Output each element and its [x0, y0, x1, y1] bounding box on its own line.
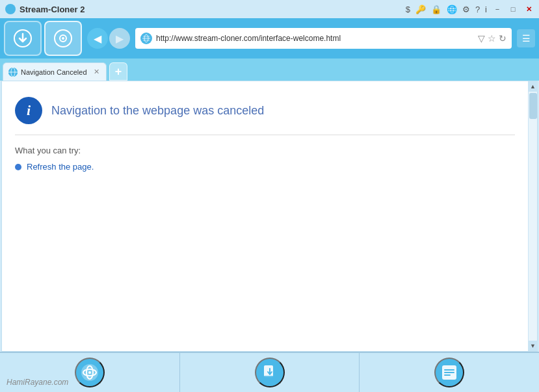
bottom-btn-1[interactable]: [75, 358, 105, 387]
suggestion-item: Refresh the page.: [15, 162, 515, 172]
refresh-link[interactable]: Refresh the page.: [27, 162, 94, 172]
address-bar: ▽ ☆ ↻: [135, 28, 512, 49]
title-bar-left: Stream-Cloner 2: [5, 4, 85, 14]
tab-bar: Navigation Canceled ✕ +: [0, 59, 539, 81]
help-icon[interactable]: ?: [475, 5, 480, 14]
stream-icon: [81, 363, 99, 382]
scroll-down-arrow[interactable]: ▼: [529, 341, 538, 351]
menu-button[interactable]: ☰: [517, 29, 535, 47]
star-icon[interactable]: ☆: [488, 33, 496, 44]
globe-icon[interactable]: 🌐: [447, 5, 457, 14]
scroll-track[interactable]: [529, 92, 537, 341]
address-input[interactable]: [156, 34, 474, 43]
lock-icon[interactable]: 🔑: [415, 5, 426, 14]
address-actions: ▽ ☆ ↻: [478, 33, 506, 44]
list-icon: [441, 364, 458, 381]
what-try-text: What you can try:: [15, 146, 515, 155]
download-button[interactable]: [4, 21, 42, 56]
gear-icon[interactable]: ⚙: [462, 5, 470, 14]
tab-favicon: [8, 68, 18, 77]
tab-close-button[interactable]: ✕: [92, 68, 101, 77]
minimize-button[interactable]: −: [492, 4, 503, 14]
keyhole-icon[interactable]: 🔒: [431, 5, 441, 14]
bottom-btn-3[interactable]: [434, 358, 464, 387]
watermark: HamiRayane.com: [7, 378, 68, 387]
bottom-section-3: [360, 353, 539, 392]
monitor-icon: [54, 29, 72, 47]
titlebar-icons: $ 🔑 🔒 🌐 ⚙ ? i − □ ✕: [406, 4, 534, 14]
dropdown-icon[interactable]: ▽: [478, 33, 485, 44]
back-button[interactable]: ◀: [87, 28, 108, 49]
scroll-thumb[interactable]: [529, 93, 537, 119]
browser-tab[interactable]: Navigation Canceled ✕: [3, 62, 107, 81]
address-globe-icon: [140, 33, 152, 44]
maximize-button[interactable]: □: [508, 4, 518, 14]
error-title: Navigation to the webpage was canceled: [51, 104, 264, 118]
svg-point-15: [88, 371, 91, 374]
content-area: i Navigation to the webpage was canceled…: [1, 81, 538, 352]
new-tab-button[interactable]: +: [109, 62, 127, 81]
download-icon: [14, 29, 32, 47]
info-icon[interactable]: i: [485, 5, 487, 14]
suggestion-list: Refresh the page.: [15, 162, 515, 172]
scrollbar: ▲ ▼: [528, 81, 537, 351]
dollar-icon[interactable]: $: [406, 5, 410, 14]
bottom-btn-2[interactable]: [255, 358, 285, 387]
title-bar: Stream-Cloner 2 $ 🔑 🔒 🌐 ⚙ ? i − □ ✕: [0, 0, 539, 18]
error-header: i Navigation to the webpage was canceled: [15, 97, 515, 135]
monitor-button[interactable]: [44, 21, 82, 56]
tab-title: Navigation Canceled: [21, 68, 88, 76]
refresh-icon[interactable]: ↻: [499, 33, 506, 44]
app-title: Stream-Cloner 2: [20, 5, 85, 14]
svg-rect-16: [264, 365, 273, 377]
close-button[interactable]: ✕: [523, 4, 534, 14]
forward-button[interactable]: ▶: [109, 28, 130, 49]
info-circle-icon: i: [15, 97, 42, 124]
svg-point-3: [62, 37, 64, 40]
toolbar: ◀ ▶ ▽ ☆ ↻ ☰: [0, 18, 539, 59]
app-icon: [5, 4, 16, 14]
bottom-bar: [0, 352, 539, 392]
download-file-icon: [261, 364, 278, 381]
bottom-section-2: [180, 353, 360, 392]
svg-rect-17: [264, 376, 273, 378]
bullet-icon: [15, 164, 21, 170]
nav-controls: ◀ ▶: [87, 28, 130, 49]
scroll-up-arrow[interactable]: ▲: [529, 81, 538, 92]
page-content: i Navigation to the webpage was canceled…: [2, 81, 528, 351]
